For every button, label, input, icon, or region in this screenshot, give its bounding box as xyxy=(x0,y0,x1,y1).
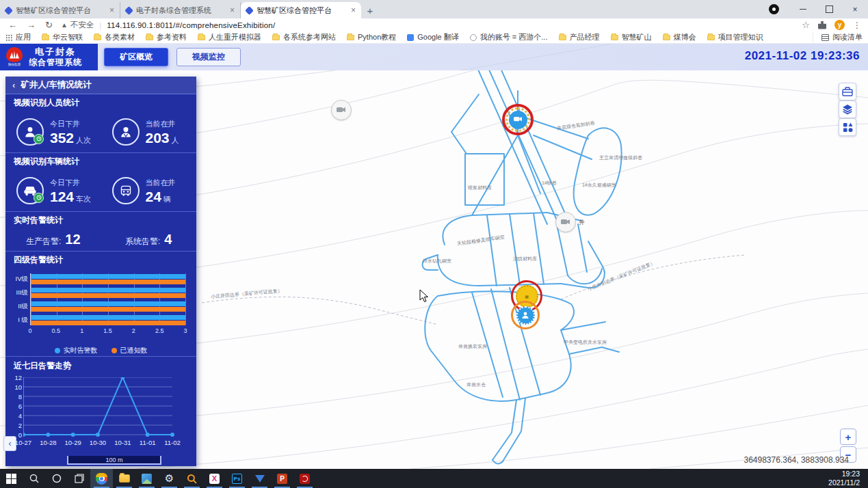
browser-tab-0[interactable]: 智慧矿区综合管控平台× xyxy=(0,2,120,18)
tab-title: 智慧矿区综合管控平台 xyxy=(16,5,105,16)
extensions-icon[interactable] xyxy=(818,21,826,29)
map-toolbox-button[interactable] xyxy=(839,83,856,100)
translate-icon xyxy=(407,34,414,41)
folder-icon xyxy=(198,35,205,40)
bookmark-item-4[interactable]: 人生重开模拟器 xyxy=(198,32,261,42)
panel-collapse-button[interactable]: ‹ xyxy=(3,436,16,451)
bar-row-2: II级 xyxy=(31,301,185,312)
bookmark-label: 各类素材 xyxy=(105,32,135,42)
taskbar-media-app-icon[interactable] xyxy=(293,469,316,488)
bookmark-item-0[interactable]: 应用 xyxy=(5,32,31,42)
reading-list-button[interactable]: 阅读清单 xyxy=(813,32,863,42)
profile-avatar[interactable]: y xyxy=(834,20,845,30)
new-tab-button[interactable]: + xyxy=(361,2,379,18)
taskbar-settings-icon[interactable]: ⚙ xyxy=(158,469,181,488)
maximize-button[interactable] xyxy=(816,0,842,18)
camera-marker-grey[interactable] xyxy=(331,100,352,120)
tab-close-icon[interactable]: × xyxy=(351,5,356,15)
taskbar-xmind-icon[interactable]: X xyxy=(203,469,226,488)
bookmark-label: 我的账号 = 西游个... xyxy=(480,32,548,42)
taskbar-powerpoint-icon[interactable]: P xyxy=(271,469,293,488)
apps-grid-icon xyxy=(5,34,12,41)
back-icon[interactable]: ← xyxy=(8,20,17,30)
vehicle-section-title: 视频识别车辆统计 xyxy=(5,153,196,170)
bookmark-label: Python教程 xyxy=(358,32,396,42)
taskbar-chrome-icon[interactable] xyxy=(90,469,113,488)
taskbar-everything-search-icon[interactable] xyxy=(181,469,203,488)
warning-icon: ▲ xyxy=(61,21,68,29)
bookmark-item-8[interactable]: 我的账号 = 西游个... xyxy=(470,32,548,42)
map-label-2: 1#永久避难硐室 xyxy=(582,182,616,189)
camera-marker-alarm[interactable] xyxy=(502,104,534,135)
bookmark-item-1[interactable]: 华云智联 xyxy=(42,32,83,42)
forward-icon[interactable]: → xyxy=(27,20,36,30)
media-control-icon[interactable] xyxy=(769,4,779,14)
bookmark-label: Google 翻译 xyxy=(417,32,459,42)
taskbar-start-icon[interactable] xyxy=(0,469,23,488)
app-title: 电子封条 综合管理系统 xyxy=(29,46,82,68)
folder-icon xyxy=(611,35,618,40)
bookmark-label: 应用 xyxy=(16,32,31,42)
tab-close-icon[interactable]: × xyxy=(230,5,235,15)
bookmark-item-3[interactable]: 参考资料 xyxy=(146,32,187,42)
bookmark-item-6[interactable]: Python教程 xyxy=(347,32,396,42)
stat-vehicle-in: 当前在井 24辆 xyxy=(101,170,197,211)
browser-tab-1[interactable]: 电子封条综合管理系统× xyxy=(120,2,241,18)
taskbar-task-view-icon[interactable] xyxy=(68,469,90,488)
brand-block: 陕煤集团 电子封条 综合管理系统 xyxy=(0,44,98,70)
map-layers-button[interactable] xyxy=(839,100,856,118)
tab-close-icon[interactable]: × xyxy=(109,5,114,15)
bookmark-item-11[interactable]: 煤博会 xyxy=(663,32,696,42)
taskbar-photos-icon[interactable] xyxy=(135,469,158,488)
person-clock-icon xyxy=(16,118,44,146)
close-button[interactable]: × xyxy=(842,0,868,18)
app-header: 陕煤集团 电子封条 综合管理系统 矿区概览 视频监控 2021-11-02 19… xyxy=(0,44,868,70)
security-warning[interactable]: ▲ 不安全 xyxy=(61,20,94,30)
bookmark-label: 智慧矿山 xyxy=(622,32,652,42)
taskbar-search-icon[interactable] xyxy=(23,469,45,488)
personnel-marker-blue[interactable] xyxy=(511,301,540,329)
zoom-in-button[interactable]: + xyxy=(840,429,856,445)
camera-marker-grey-2[interactable] xyxy=(555,212,576,232)
bookmark-item-9[interactable]: 产品经理 xyxy=(559,32,600,42)
refresh-icon[interactable]: ↻ xyxy=(45,20,53,30)
folder-icon xyxy=(94,35,101,40)
clock-badge-icon xyxy=(34,193,44,203)
map-legend-button[interactable] xyxy=(839,118,856,136)
tab-title: 智慧矿区综合管控平台 xyxy=(257,5,347,16)
nav-video-monitor[interactable]: 视频监控 xyxy=(176,48,241,66)
nav-mine-overview[interactable]: 矿区概览 xyxy=(104,48,168,66)
panel-title-bar[interactable]: ‹ 矿井人/车情况统计 xyxy=(5,77,196,94)
realtime-stats-row: 生产告警: 12 系统告警: 4 xyxy=(5,228,196,252)
taskbar-v-app-icon[interactable] xyxy=(248,469,271,488)
bar-row-0: IV级 xyxy=(31,273,185,284)
bookmark-label: 煤博会 xyxy=(674,32,696,42)
taskbar-file-explorer-icon[interactable] xyxy=(113,469,135,488)
url-text[interactable]: 114.116.90.1:8011/#/comprehensiveExhibit… xyxy=(107,21,275,29)
bookmark-item-10[interactable]: 智慧矿山 xyxy=(611,32,652,42)
bookmark-item-12[interactable]: 项目管理知识 xyxy=(707,32,763,42)
minimize-button[interactable] xyxy=(790,0,816,18)
bookmark-item-2[interactable]: 各类素材 xyxy=(94,32,135,42)
back-chevron-icon[interactable]: ‹ xyxy=(12,80,15,90)
bar-row-3: I 级 xyxy=(31,314,185,325)
stat-vehicle-down: 今日下井 124车次 xyxy=(5,170,101,211)
bookmark-item-7[interactable]: Google 翻译 xyxy=(407,32,459,42)
browser-menu-icon[interactable]: ⋮ xyxy=(853,21,861,30)
taskbar-cortana-icon[interactable] xyxy=(45,469,68,488)
map-label-7: 排水钻孔硐室 xyxy=(423,258,451,265)
taskbar-clock[interactable]: 19:23 2021/11/2 xyxy=(828,470,868,487)
miner-icon xyxy=(112,118,140,146)
worker-icon xyxy=(516,306,535,325)
bookmark-star-icon[interactable]: ☆ xyxy=(802,20,810,30)
bookmark-label: 参考资料 xyxy=(157,32,187,42)
legend-item[interactable]: 实时告警数 xyxy=(55,346,98,355)
bookmark-item-5[interactable]: 各系统参考网站 xyxy=(272,32,336,42)
taskbar-photoshop-icon[interactable]: Ps xyxy=(226,469,248,488)
bookmark-label: 人生重开模拟器 xyxy=(209,32,261,42)
mouse-cursor xyxy=(419,289,429,303)
browser-tab-2[interactable]: 智慧矿区综合管控平台× xyxy=(241,2,361,18)
legend-item[interactable]: 已通知数 xyxy=(111,346,148,355)
bookmark-label: 各系统参考网站 xyxy=(283,32,336,42)
bar-segment xyxy=(31,301,185,306)
